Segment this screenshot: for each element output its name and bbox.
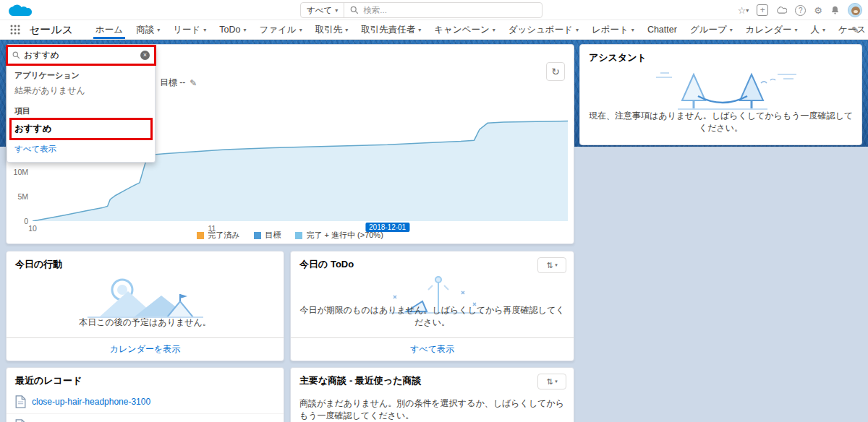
nav-tab-レポート[interactable]: レポート▾ [585, 20, 641, 39]
sort-icon: ⇅ [546, 377, 553, 387]
salesforce-logo-icon [7, 1, 32, 21]
nav-tab-label: グループ [690, 24, 727, 36]
nav-tab-ダッシュボード[interactable]: ダッシュボード▾ [502, 20, 585, 39]
chevron-down-icon: ▾ [299, 27, 302, 33]
legend-item: 完了済み [197, 230, 239, 241]
chevron-down-icon: ▾ [555, 262, 558, 268]
nav-tab-ToDo[interactable]: ToDo▾ [213, 20, 252, 39]
opportunities-sort-button[interactable]: ⇅ ▾ [537, 374, 566, 389]
nav-tab-カレンダー[interactable]: カレンダー▾ [739, 20, 804, 39]
global-header: すべて ▾ ☆▾ + ? ⚙ [0, 0, 868, 20]
nav-tabs: ホーム商談▾リード▾ToDo▾ファイル▾取引先▾取引先責任者▾キャンペーン▾ダッ… [89, 20, 868, 39]
nav-tab-label: 取引先 [315, 24, 343, 36]
chevron-down-icon: ▾ [555, 379, 558, 384]
assistant-illustration [580, 67, 861, 116]
dropdown-section-apps: アプリケーション [7, 65, 155, 83]
nav-edit-pencil-icon[interactable]: ✎ [851, 20, 859, 40]
key-opportunities-card: 主要な商談 - 最近使った商談 ⇅ ▾ 商談がまだありません。別の条件を選択する… [290, 367, 574, 422]
favorites-star-icon[interactable]: ☆▾ [738, 5, 749, 16]
events-title: 今日の行動 [7, 251, 284, 274]
global-search: すべて ▾ [300, 2, 542, 18]
chevron-down-icon: ▾ [794, 27, 797, 33]
y-tick-label: 0 [24, 217, 28, 225]
performance-goal-label: 目標 -- [160, 77, 185, 89]
nav-tab-label: レポート [592, 24, 629, 36]
chevron-down-icon: ▾ [746, 7, 749, 14]
help-icon[interactable]: ? [795, 5, 806, 16]
nav-tab-Chatter[interactable]: Chatter [641, 20, 684, 39]
nav-tab-label: 取引先責任者 [361, 24, 415, 36]
chevron-down-icon: ▾ [243, 27, 246, 33]
nav-tab-商談[interactable]: 商談▾ [129, 20, 166, 39]
legend-swatch [197, 232, 204, 239]
nav-tab-ケース[interactable]: ケース▾ [832, 20, 868, 39]
todo-empty-message: 今日が期限のものはありません。しばらくしてから再度確認してください。 [298, 304, 566, 329]
y-tick-label: 5M [17, 192, 28, 201]
chevron-down-icon: ▾ [576, 27, 579, 33]
nav-tab-label: ホーム [95, 24, 123, 36]
nav-tab-取引先[interactable]: 取引先▾ [309, 20, 355, 39]
nav-tab-ファイル[interactable]: ファイル▾ [252, 20, 308, 39]
file-icon [15, 419, 26, 422]
todays-todo-card: 今日の ToDo ⇅ ▾ 今日が期限のものはありません。しばらくしてから再度確認… [290, 251, 574, 361]
show-all-results-link[interactable]: すべて表示 [14, 145, 56, 153]
nav-tab-人[interactable]: 人▾ [804, 20, 832, 39]
view-all-todo-link[interactable]: すべて表示 [410, 344, 454, 354]
app-launcher-icon[interactable] [10, 25, 20, 35]
nav-tab-取引先責任者[interactable]: 取引先責任者▾ [354, 20, 427, 39]
assistant-empty-message: 現在、注意事項はありません。しばらくしてからもう一度確認してください。 [587, 110, 854, 134]
dropdown-apps-empty: 結果がありません [7, 83, 155, 100]
nav-tab-label: Chatter [647, 25, 677, 35]
dropdown-search-input[interactable] [24, 51, 137, 61]
trailhead-icon[interactable] [776, 6, 787, 14]
nav-tab-label: ダッシュボード [509, 24, 573, 36]
search-icon [12, 51, 20, 59]
global-search-input[interactable] [363, 6, 542, 14]
events-empty-message: 本日この後の予定はありません。 [14, 316, 276, 329]
legend-label: 目標 [265, 230, 281, 241]
dropdown-result-osusume[interactable]: おすすめ [7, 119, 155, 139]
header-utility-icons: ☆▾ + ? ⚙ [738, 0, 862, 20]
nav-tab-リード[interactable]: リード▾ [166, 20, 213, 39]
setup-gear-icon[interactable]: ⚙ [814, 5, 822, 16]
nav-tab-ホーム[interactable]: ホーム [89, 20, 129, 39]
x-axis-date-marker: 2018-12-01 [365, 223, 409, 232]
chevron-down-icon: ▾ [335, 7, 338, 14]
chevron-down-icon: ▾ [157, 27, 160, 33]
search-icon [350, 6, 359, 14]
chart-legend: 完了済み目標完了 + 進行中 (>70%) [7, 230, 574, 241]
nav-tab-label: ファイル [259, 24, 296, 36]
recent-records-list: close-up-hair-headphone-3100SONYPAKU7898… [7, 390, 284, 422]
user-avatar[interactable] [848, 3, 862, 17]
dropdown-section-items: 項目 [7, 100, 155, 119]
y-tick-label: 10M [14, 168, 28, 176]
global-actions-plus-icon[interactable]: + [757, 4, 768, 16]
refresh-button[interactable]: ↻ [546, 62, 565, 81]
events-footer: カレンダーを表示 [7, 337, 284, 361]
todo-sort-button[interactable]: ⇅ ▾ [537, 257, 566, 273]
nav-tab-グループ[interactable]: グループ▾ [684, 20, 739, 39]
file-icon [15, 395, 26, 408]
recent-record-row[interactable]: SONYPAKU7898-TR-V [7, 413, 284, 422]
chevron-down-icon: ▾ [493, 27, 495, 33]
recent-record-row[interactable]: close-up-hair-headphone-3100 [7, 390, 284, 413]
view-calendar-link[interactable]: カレンダーを表示 [110, 344, 180, 354]
chevron-down-icon: ▾ [203, 27, 206, 33]
assistant-card: アシスタント 現在、注意事項はありません。しばらくしてからもう一度確認してくださ… [579, 44, 862, 145]
notifications-bell-icon[interactable] [830, 5, 840, 15]
clear-search-icon[interactable]: × [140, 51, 150, 60]
nav-tab-キャンペーン[interactable]: キャンペーン▾ [427, 20, 501, 39]
app-navigation-bar: セールス ホーム商談▾リード▾ToDo▾ファイル▾取引先▾取引先責任者▾キャンペ… [0, 20, 868, 40]
sort-icon: ⇅ [546, 261, 553, 270]
nav-tab-label: 人 [810, 24, 820, 36]
x-tick-label: 11 [208, 224, 216, 233]
chevron-down-icon: ▾ [345, 27, 348, 33]
assistant-title: アシスタント [580, 45, 861, 67]
edit-goal-pencil-icon[interactable]: ✎ [190, 78, 197, 88]
opportunities-empty-message: 商談がまだありません。別の条件を選択するか、しばらくしてからもう一度確認してくだ… [291, 390, 574, 422]
search-scope-dropdown[interactable]: すべて ▾ [301, 3, 344, 17]
legend-swatch [254, 232, 261, 239]
todo-title: 今日の ToDo [291, 251, 574, 274]
recent-record-link[interactable]: close-up-hair-headphone-3100 [32, 397, 150, 407]
opportunities-title: 主要な商談 - 最近使った商談 [291, 368, 574, 390]
